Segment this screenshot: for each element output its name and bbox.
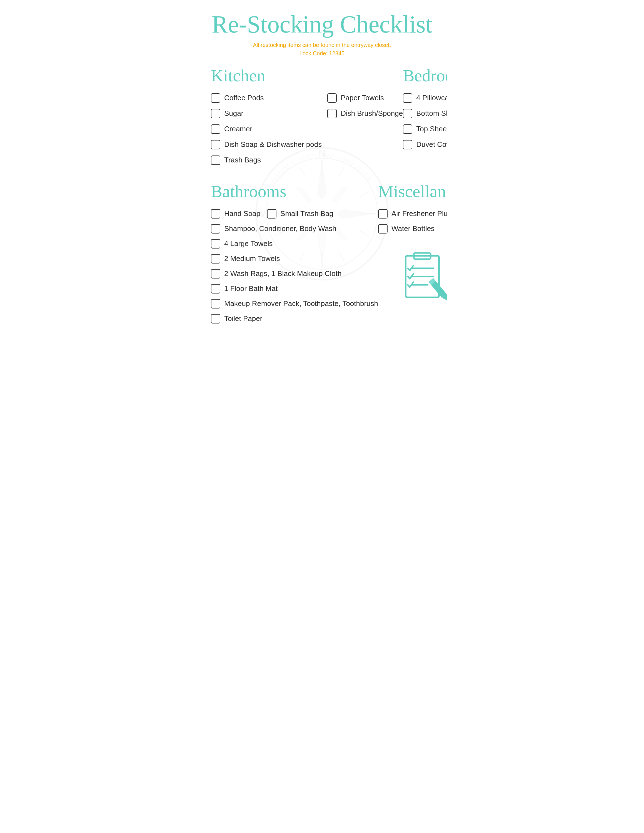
item-label: Sugar [224,109,243,118]
list-item: Bottom Sheet [403,106,447,121]
kitchen-col1: Coffee Pods Sugar Creamer Dish Soap [211,90,322,168]
subtitle-line2: Lock Code: 12345 [211,49,433,58]
item-label: 2 Medium Towels [224,254,280,263]
item-label: Dish Brush/Sponge [341,109,403,118]
list-item: Coffee Pods [211,90,322,106]
list-item: Water Bottles [378,221,447,236]
list-item: 4 Pillowcases Per Bed [403,90,447,106]
checkbox[interactable] [378,224,388,233]
item-label: Trash Bags [224,156,261,164]
item-label: 4 Large Towels [224,240,272,248]
list-item: Dish Brush/Sponge [327,106,403,121]
list-item: Air Freshener Plugins [378,206,447,221]
checkbox[interactable] [211,284,220,293]
kitchen-col2: Paper Towels Dish Brush/Sponge [327,90,403,168]
checkbox[interactable] [211,140,220,150]
kitchen-title: Kitchen [211,66,403,85]
checkbox[interactable] [267,209,277,219]
checkbox[interactable] [327,109,337,118]
list-item: Duvet Cover & Shams [403,137,447,152]
list-item: Trash Bags [211,153,322,168]
item-label: Top Sheet [416,125,447,133]
main-content: Re-Stocking Checklist All restocking ite… [211,11,433,326]
list-item: 1 Floor Bath Mat [211,281,378,296]
bathrooms-title: Bathrooms [211,182,378,201]
item-label: Hand Soap [224,209,260,218]
list-item: Creamer [211,122,322,137]
miscellaneous-section: Miscellaneous Air Freshener Plugins Wate… [378,182,447,326]
bedrooms-title: Bedrooms [403,66,447,85]
checkbox[interactable] [211,254,220,264]
kitchen-section: Kitchen Coffee Pods Sugar [211,66,403,168]
checkbox[interactable] [211,299,220,309]
checkbox[interactable] [211,93,220,103]
list-item: Paper Towels [327,90,403,106]
checkbox[interactable] [211,269,220,278]
item-label: 1 Floor Bath Mat [224,284,277,293]
checkbox[interactable] [211,224,220,233]
bath-misc-row: Bathrooms Hand Soap Small Trash Bag Sham… [211,182,433,326]
subtitle: All restocking items can be found in the… [211,41,433,58]
checklist-clipboard-icon [400,248,447,303]
item-label: Water Bottles [391,224,435,233]
list-item: 4 Large Towels [211,236,378,251]
bathrooms-section: Bathrooms Hand Soap Small Trash Bag Sham… [211,182,378,326]
checkbox[interactable] [211,156,220,165]
item-label: Small Trash Bag [280,209,333,218]
item-label: Duvet Cover & Shams [416,140,447,149]
checkbox[interactable] [211,239,220,249]
list-item: Shampoo, Conditioner, Body Wash [211,221,378,236]
list-item: Sugar [211,106,322,121]
kitchen-bedrooms-row: Kitchen Coffee Pods Sugar [211,66,433,168]
checkbox[interactable] [211,124,220,134]
item-label: Paper Towels [341,93,384,102]
list-item: Makeup Remover Pack, Toothpaste, Toothbr… [211,296,378,311]
page-wrapper: N S E W · WANDER · EXPLORE · DISCOVER · [211,11,433,333]
checkbox[interactable] [327,93,337,103]
checkbox[interactable] [378,209,388,219]
list-item: Dish Soap & Dishwasher pods [211,137,322,152]
checkbox[interactable] [403,140,412,150]
section-spacer [211,170,433,179]
list-item: 2 Medium Towels [211,251,378,266]
bedrooms-checklist: 4 Pillowcases Per Bed Bottom Sheet Top S… [403,90,447,152]
item-label: Creamer [224,125,252,133]
checkbox[interactable] [403,93,412,103]
list-item: 2 Wash Rags, 1 Black Makeup Cloth [211,266,378,281]
checkbox[interactable] [211,314,220,323]
kitchen-checklist-row: Coffee Pods Sugar Creamer Dish Soap [211,90,403,168]
checkbox[interactable] [403,124,412,134]
header-section: Re-Stocking Checklist All restocking ite… [211,11,433,58]
list-item: Hand Soap Small Trash Bag [211,206,378,221]
list-item: Toilet Paper [211,311,378,326]
item-label: Toilet Paper [224,314,262,323]
item-label: Coffee Pods [224,93,264,102]
list-item: Top Sheet [403,122,447,137]
item-label: 4 Pillowcases Per Bed [416,93,447,102]
item-label: Makeup Remover Pack, Toothpaste, Toothbr… [224,299,378,308]
misc-title: Miscellaneous [378,182,447,201]
item-label: 2 Wash Rags, 1 Black Makeup Cloth [224,269,341,278]
checkbox[interactable] [211,209,220,219]
subtitle-line1: All restocking items can be found in the… [211,41,433,49]
checkbox[interactable] [211,109,220,118]
page-title: Re-Stocking Checklist [211,11,433,38]
item-label: Bottom Sheet [416,109,447,118]
item-label: Shampoo, Conditioner, Body Wash [224,224,336,233]
item-label: Dish Soap & Dishwasher pods [224,140,322,149]
bedrooms-section: Bedrooms 4 Pillowcases Per Bed Bottom Sh… [403,66,447,168]
item-label: Air Freshener Plugins [391,209,447,218]
checkbox[interactable] [403,109,412,118]
